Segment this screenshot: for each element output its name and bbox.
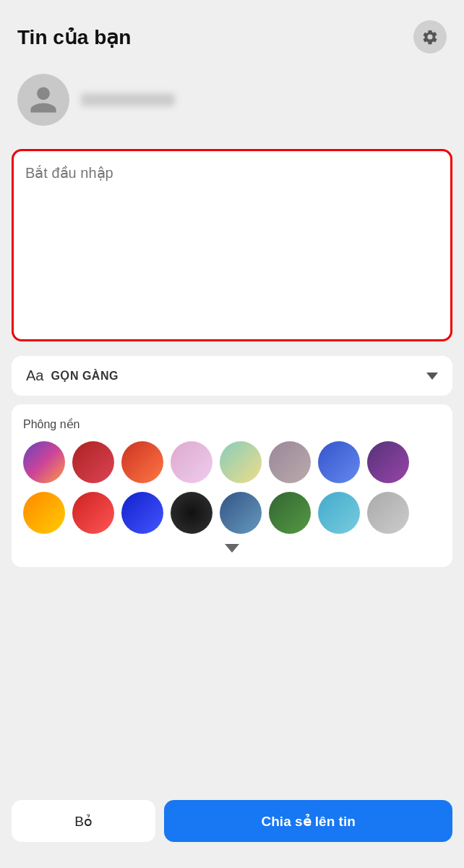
page: Tin của bạn Aa GỌN GÀNG Phông nền	[0, 0, 464, 868]
username-label	[81, 93, 175, 106]
color-circle-c7[interactable]	[318, 441, 360, 483]
bottom-bar: Bỏ Chia sẻ lên tin	[0, 788, 464, 868]
background-section: Phông nền	[12, 404, 452, 567]
share-button[interactable]: Chia sẻ lên tin	[164, 800, 452, 842]
avatar	[17, 74, 69, 126]
color-circle-c8[interactable]	[367, 441, 409, 483]
color-circle-c9[interactable]	[23, 492, 65, 534]
color-row-1	[23, 441, 441, 483]
font-chevron-down-icon[interactable]	[426, 373, 438, 380]
color-grid	[23, 441, 441, 534]
color-circle-c12[interactable]	[171, 492, 212, 534]
font-style-section[interactable]: Aa GỌN GÀNG	[12, 356, 452, 396]
header: Tin của bạn	[0, 0, 464, 67]
discard-button[interactable]: Bỏ	[12, 800, 155, 842]
font-name-label: GỌN GÀNG	[51, 369, 118, 383]
story-text-input[interactable]	[25, 164, 439, 323]
expand-chevron-icon	[225, 544, 239, 553]
color-circle-c5[interactable]	[220, 441, 262, 483]
color-circle-c10[interactable]	[72, 492, 114, 534]
avatar-icon	[27, 84, 59, 116]
settings-button[interactable]	[413, 20, 447, 54]
background-label: Phông nền	[23, 417, 441, 431]
color-circle-c16[interactable]	[367, 492, 409, 534]
color-circle-c11[interactable]	[121, 492, 163, 534]
color-circle-c4[interactable]	[171, 441, 212, 483]
user-row	[0, 67, 464, 143]
gear-icon	[421, 28, 439, 46]
font-style-left: Aa GỌN GÀNG	[26, 367, 119, 384]
expand-arrow[interactable]	[23, 544, 441, 553]
color-circle-c6[interactable]	[269, 441, 311, 483]
color-circle-c2[interactable]	[72, 441, 114, 483]
color-row-2	[23, 492, 441, 534]
color-circle-c3[interactable]	[121, 441, 163, 483]
color-circle-c14[interactable]	[269, 492, 311, 534]
color-circle-c1[interactable]	[23, 441, 65, 483]
color-circle-c15[interactable]	[318, 492, 360, 534]
page-title: Tin của bạn	[17, 25, 131, 49]
text-input-section[interactable]	[12, 149, 452, 341]
color-circle-c13[interactable]	[220, 492, 262, 534]
font-aa-label: Aa	[26, 367, 43, 384]
